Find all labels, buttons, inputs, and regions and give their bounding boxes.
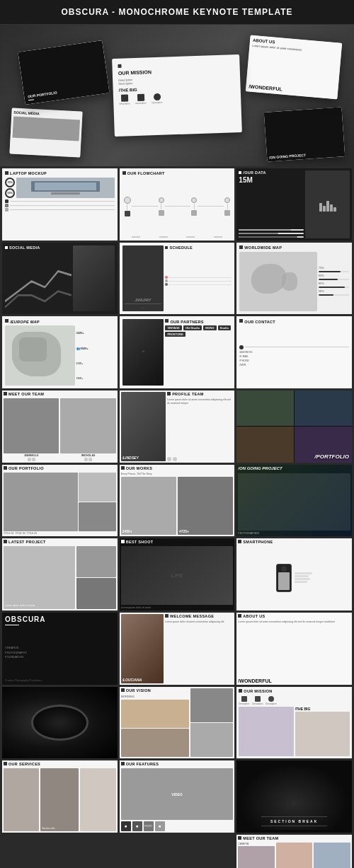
slide-section-break: SECTION BREAK xyxy=(236,760,352,833)
page-header: OBSCURA - MONOCHROME KEYNOTE TEMPLATE xyxy=(0,0,354,25)
slide-welcome: /LOUCIANA WELCOME MESSAGE Lorem ipsum do… xyxy=(120,613,235,685)
slide-our-portfolio: OUR PORTFOLIO TITLE 03 TITLE 04 TITLE 45 xyxy=(2,465,118,537)
header-title: OBSCURA - MONOCHROME KEYNOTE TEMPLATE xyxy=(62,7,293,17)
hero-slide-ongoing: /ON GOING PROJECT xyxy=(264,107,346,162)
slide-flowchart: OUR FLOWCHART xyxy=(120,168,235,241)
slide-ongoing-project: /ON GOING PROJECT PHOTOGRAPHER xyxy=(236,465,352,537)
slide-laptop-mockup: LAPTOP MOCKUP 70% 50% xyxy=(2,168,118,241)
slide-our-vision: OUR VISION MORNING xyxy=(120,687,235,759)
slide-our-features: OUR FEATURES VIDEO ⬤ ⬤ PHOTO xyxy=(120,760,235,833)
hero-slide-mission: OUR MISSION Description Description /THE… xyxy=(112,54,242,137)
slide-meet-team-2: MEET OUR TEAM CAMERA xyxy=(236,835,352,868)
slide-obscura: OBSCURA CREATIVE PHOTOGRAPHY FOUNDATION … xyxy=(2,613,118,685)
slide-mission-2: OUR MISSION Description Description Desc… xyxy=(236,687,352,759)
slide-profile-team: /LINDSEY PROFILE TEAM Lorem ipsum dolor … xyxy=(120,390,235,463)
hero-slide-about: ABOUT US Lorem ipsum dolor sit amet cons… xyxy=(246,35,342,99)
slide-partners: " OUR PARTNERS VINTAGE Old Studio MONO S… xyxy=(120,316,235,388)
slide-camera xyxy=(2,687,118,759)
slide-portfolio-dark: /PORTFOLIO xyxy=(236,390,352,463)
slide-smartphone: SMARTPHONE xyxy=(236,538,352,611)
slide-europe-map: /EUROPE MAP 3320+ 👥8500+ 5320+ 7450+ xyxy=(2,316,118,388)
slide-meet-team: MEET OUR TEAM JEANNELLE /MICHOLAS xyxy=(2,390,118,463)
slide-our-works: OUR WORKS Every Picture, Tell The Story … xyxy=(120,465,235,537)
hero-slide-social: SOCIAL MEDIA xyxy=(9,108,82,157)
slide-our-services: OUR SERVICES Service info xyxy=(2,760,118,833)
slide-latest-project: LATEST PROJECT Lorem ipsum dolor sit ame… xyxy=(2,538,118,611)
hero-section: OUR PORTFOLIO OUR MISSION Description De… xyxy=(0,25,354,166)
slide-social-media: SOCIAL MEDIA xyxy=(2,243,118,315)
slide-about-us-2: ABOUT US Lorem ipsum dolor sit amet cons… xyxy=(236,613,352,685)
slide-contact: OUR CONTACT /ADDRESS /E-MAIL /PHONE /WEB xyxy=(236,316,352,388)
slide-worldwide-map: WORLDWIDE MAP 73% 62% 85% 50% xyxy=(236,243,352,315)
slide-schedule: JANUARY — SCHEDULE xyxy=(120,243,235,315)
slide-our-data: /OUR DATA 15M xyxy=(236,168,352,241)
social-chart xyxy=(5,251,72,311)
slides-grid: LAPTOP MOCKUP 70% 50% xyxy=(0,166,354,868)
slide-best-shoot: BEST SHOOT LIFE Lorem ipsum dolor sit am… xyxy=(120,538,235,611)
